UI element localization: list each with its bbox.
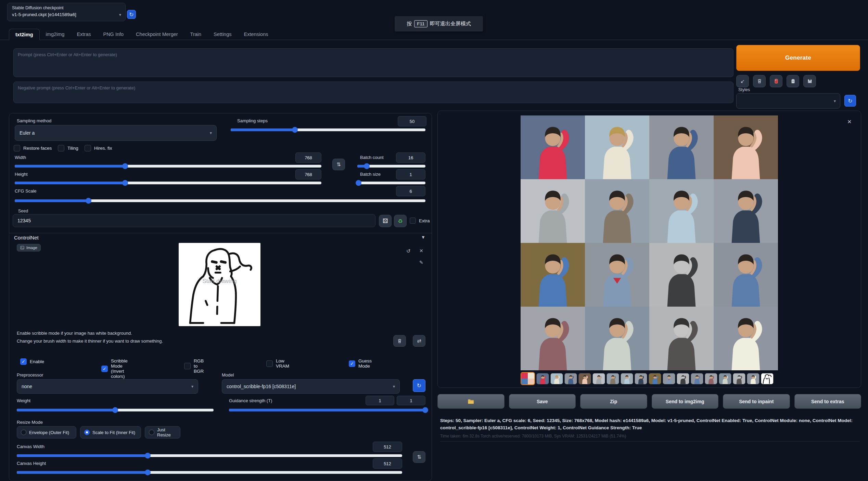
batch-count-value[interactable]: 16 <box>396 152 425 163</box>
collapse-caret-icon[interactable]: ▼ <box>421 235 425 240</box>
gallery-image-15[interactable] <box>649 307 714 370</box>
prompt-input[interactable]: Prompt (press Ctrl+Enter or Alt+Enter to… <box>13 48 733 77</box>
thumbnail-6[interactable] <box>607 373 619 384</box>
open-folder-button[interactable] <box>437 394 505 409</box>
gallery-image-14[interactable] <box>585 307 649 370</box>
gallery-image-12[interactable] <box>714 243 778 307</box>
thumbnail-1[interactable] <box>536 373 549 384</box>
reuse-seed-button[interactable]: ♻ <box>394 215 407 227</box>
undo-icon[interactable]: ↺ <box>406 248 411 254</box>
controlnet-canvas[interactable]: Start drawing <box>179 243 260 326</box>
checkbox-low-vram[interactable]: Low VRAM <box>266 358 289 369</box>
clear-prompt-button[interactable] <box>753 75 766 87</box>
brush-icon[interactable]: ✎ <box>419 260 423 265</box>
swap-image-button[interactable]: ⇄ <box>413 335 425 347</box>
width-value[interactable]: 768 <box>295 152 321 163</box>
gallery-image-4[interactable] <box>714 115 778 179</box>
model-refresh-button[interactable]: ↻ <box>413 379 425 392</box>
apply-style-button[interactable] <box>787 75 799 87</box>
width-slider[interactable] <box>15 165 321 168</box>
cfg-scale-slider[interactable] <box>15 199 425 202</box>
weight-value[interactable]: 1 <box>366 396 394 405</box>
swap-width-height-button[interactable]: ⇅ <box>332 159 345 170</box>
send-to-extras-button[interactable]: Send to extras <box>794 394 861 409</box>
thumbnail-scribble-input[interactable] <box>761 373 774 384</box>
gallery-image-6[interactable] <box>585 179 649 243</box>
sampling-steps-slider[interactable] <box>231 128 425 131</box>
gallery-image-13[interactable] <box>521 307 585 370</box>
radio-scale-to-fit-inner-fit[interactable]: Scale to Fit (Inner Fit) <box>80 426 141 439</box>
tab-png-info[interactable]: PNG Info <box>97 28 130 40</box>
send-to-inpaint-button[interactable]: Send to inpaint <box>723 394 790 409</box>
swap-canvas-size-button[interactable]: ⇅ <box>413 451 425 463</box>
radio-just-resize[interactable]: Just Resize <box>145 426 180 439</box>
checkpoint-selector[interactable]: Stable Diffusion checkpoint v1-5-pruned.… <box>7 3 126 21</box>
thumbnail-12[interactable] <box>691 373 703 384</box>
canvas-height-value[interactable]: 512 <box>373 458 402 469</box>
gallery-image-8[interactable] <box>714 179 778 243</box>
guidance-strength-value[interactable]: 1 <box>397 396 425 405</box>
checkbox-enable[interactable]: ✓Enable <box>20 358 44 365</box>
save-style-button[interactable] <box>803 75 816 87</box>
thumbnail-2[interactable] <box>550 373 563 384</box>
save-button[interactable]: Save <box>509 394 576 409</box>
thumbnail-grid-composite[interactable] <box>521 372 535 385</box>
gallery-image-7[interactable] <box>649 179 714 243</box>
random-seed-button[interactable]: ⚄ <box>379 215 392 227</box>
gallery-image-10[interactable] <box>585 243 649 307</box>
thumbnail-5[interactable] <box>592 373 605 384</box>
weight-slider[interactable] <box>17 409 214 411</box>
seed-input[interactable]: 12345 <box>13 214 375 227</box>
sampling-steps-value[interactable]: 50 <box>398 116 426 126</box>
checkbox-scribble-mode[interactable]: ✓Scribble Mode (Invert colors) <box>101 358 128 379</box>
clear-canvas-icon[interactable]: ✕ <box>419 248 423 254</box>
negative-prompt-input[interactable]: Negative prompt (press Ctrl+Enter or Alt… <box>13 82 733 103</box>
thumbnail-13[interactable] <box>705 373 717 384</box>
thumbnail-4[interactable] <box>578 373 591 384</box>
tab-checkpoint-merger[interactable]: Checkpoint Merger <box>130 28 184 40</box>
gallery-image-11[interactable] <box>649 243 714 307</box>
guidance-strength-slider[interactable] <box>229 409 425 411</box>
tab-txt2img[interactable]: txt2img <box>9 29 40 40</box>
batch-size-value[interactable]: 1 <box>396 169 425 180</box>
height-slider[interactable] <box>15 182 321 184</box>
gallery-image-1[interactable] <box>521 115 585 179</box>
controlnet-title[interactable]: ControlNet <box>14 235 39 241</box>
height-value[interactable]: 768 <box>295 169 321 180</box>
canvas-height-slider[interactable] <box>17 471 402 474</box>
tab-image[interactable]: Image <box>17 244 41 251</box>
checkbox-tiling[interactable]: Tiling <box>58 145 78 151</box>
thumbnail-15[interactable] <box>733 373 745 384</box>
batch-count-slider[interactable] <box>357 165 425 168</box>
tab-extensions[interactable]: Extensions <box>238 28 275 40</box>
send-to-img2img-button[interactable]: Send to img2img <box>652 394 719 409</box>
close-gallery-icon[interactable]: ✕ <box>847 119 852 125</box>
canvas-width-value[interactable]: 512 <box>373 442 402 452</box>
tab-img2img[interactable]: img2img <box>40 28 71 40</box>
thumbnail-7[interactable] <box>621 373 633 384</box>
gallery-image-3[interactable] <box>649 115 714 179</box>
thumbnail-10[interactable] <box>663 373 675 384</box>
tab-extras[interactable]: Extras <box>71 28 97 40</box>
thumbnail-9[interactable] <box>649 373 661 384</box>
checkbox-restore-faces[interactable]: Restore faces <box>14 145 52 151</box>
thumbnail-11[interactable] <box>677 373 689 384</box>
thumbnail-3[interactable] <box>564 373 577 384</box>
batch-size-slider[interactable] <box>357 182 425 184</box>
preprocessor-select[interactable]: none ▾ <box>17 379 198 394</box>
checkbox-guess-mode[interactable]: ✓Guess Mode <box>349 358 372 369</box>
thumbnail-8[interactable] <box>635 373 647 384</box>
cfg-scale-value[interactable]: 6 <box>396 186 425 196</box>
gallery-image-9[interactable] <box>521 243 585 307</box>
thumbnail-14[interactable] <box>719 373 731 384</box>
thumbnail-16[interactable] <box>747 373 760 384</box>
gallery-image-2[interactable] <box>585 115 649 179</box>
checkpoint-refresh-button[interactable]: ↻ <box>127 10 136 19</box>
canvas-width-slider[interactable] <box>17 454 402 457</box>
sampling-method-select[interactable]: Euler a ▾ <box>15 125 217 141</box>
tab-settings[interactable]: Settings <box>207 28 238 40</box>
gallery-image-16[interactable] <box>714 307 778 370</box>
gallery-image-5[interactable] <box>521 179 585 243</box>
zip-button[interactable]: Zip <box>580 394 647 409</box>
checkbox-rgb-to-bgr[interactable]: RGB to BGR <box>184 358 204 374</box>
